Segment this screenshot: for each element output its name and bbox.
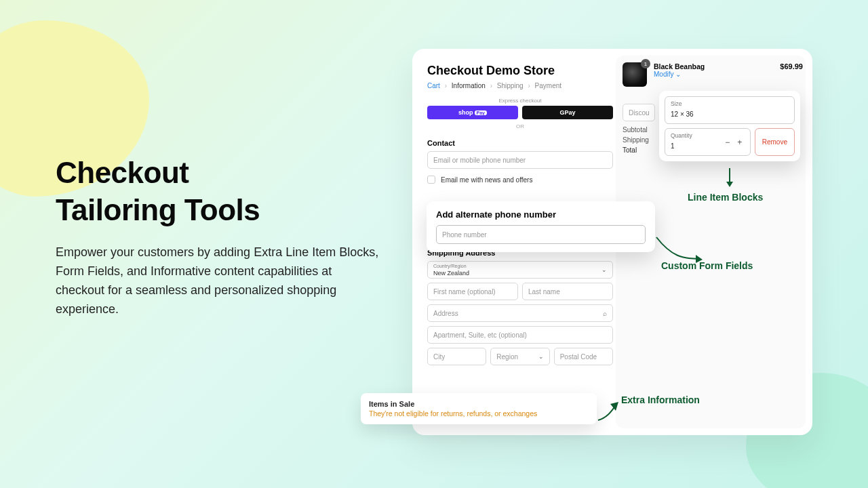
postal-code-field[interactable]: Postal Code — [554, 348, 613, 365]
cart-line-item: 1 Black Beanbag Modify ⌄ $69.99 — [623, 62, 803, 87]
google-pay-button[interactable]: G Pay — [522, 106, 613, 119]
arrow-icon — [724, 168, 738, 190]
crumb-payment[interactable]: Payment — [535, 82, 561, 89]
crumb-information[interactable]: Information — [452, 82, 486, 89]
country-select[interactable]: Country/Region New Zealand ⌄ — [427, 261, 613, 279]
crumb-shipping[interactable]: Shipping — [497, 82, 524, 89]
page-title: Checkout Tailoring Tools — [56, 155, 381, 228]
modify-link[interactable]: Modify ⌄ — [654, 70, 705, 78]
sale-note-title: Items in Sale — [369, 400, 589, 408]
size-field[interactable]: Size 12 × 36 — [665, 96, 795, 124]
annotation-line-items: Line Item Blocks — [688, 192, 763, 203]
search-icon: ⌕ — [603, 310, 607, 317]
chevron-down-icon: ⌄ — [601, 266, 607, 273]
alt-phone-heading: Add alternate phone number — [436, 209, 646, 220]
annotation-extra-info: Extra Information — [621, 394, 700, 405]
store-title: Checkout Demo Store — [427, 64, 613, 78]
alt-phone-card: Add alternate phone number Phone number — [427, 201, 655, 252]
phone-field[interactable]: Phone number — [436, 225, 646, 244]
quantity-stepper[interactable]: Quantity 1 − + — [665, 128, 751, 156]
divider-or: OR — [427, 123, 613, 129]
chevron-down-icon: ⌄ — [538, 353, 544, 360]
product-thumbnail: 1 — [623, 62, 647, 87]
crumb-cart[interactable]: Cart — [427, 82, 440, 89]
chevron-right-icon: › — [445, 82, 447, 89]
news-optin-checkbox[interactable] — [427, 176, 435, 184]
chevron-right-icon: › — [528, 82, 530, 89]
arrow-icon — [597, 401, 624, 424]
arrow-icon — [655, 235, 709, 264]
page-subtitle: Empower your customers by adding Extra L… — [56, 243, 381, 319]
line-item-editor: Size 12 × 36 Quantity 1 − + Remove — [659, 91, 800, 161]
address-field[interactable]: Address ⌕ — [427, 304, 613, 322]
plus-icon[interactable]: + — [735, 138, 745, 147]
minus-icon[interactable]: − — [723, 138, 732, 147]
apartment-field[interactable]: Apartment, Suite, etc (optional) — [427, 326, 613, 344]
first-name-field[interactable]: First name (optional) — [427, 283, 518, 300]
contact-heading: Contact — [427, 139, 613, 147]
hero: Checkout Tailoring Tools Empower your cu… — [56, 155, 381, 319]
email-field[interactable]: Email or mobile phone number — [427, 151, 613, 169]
discount-code-field[interactable]: Discount — [623, 104, 655, 121]
line-price: $69.99 — [780, 62, 803, 70]
city-field[interactable]: City — [427, 348, 486, 365]
sale-note-body: They're not eligible for returns, refund… — [369, 409, 589, 418]
express-checkout-label: Express checkout — [427, 98, 613, 104]
chevron-right-icon: › — [490, 82, 492, 89]
shop-pay-button[interactable]: shopPay — [427, 106, 518, 119]
product-name: Black Beanbag — [654, 62, 705, 70]
region-select[interactable]: Region ⌄ — [490, 348, 549, 365]
last-name-field[interactable]: Last name — [522, 283, 613, 300]
remove-button[interactable]: Remove — [755, 128, 795, 156]
chevron-down-icon: ⌄ — [675, 70, 681, 78]
breadcrumb: Cart › Information › Shipping › Payment — [427, 82, 613, 89]
news-optin-label: Email me with news and offers — [441, 176, 532, 184]
quantity-badge: 1 — [641, 59, 650, 68]
extra-info-card: Items in Sale They're not eligible for r… — [361, 393, 597, 424]
